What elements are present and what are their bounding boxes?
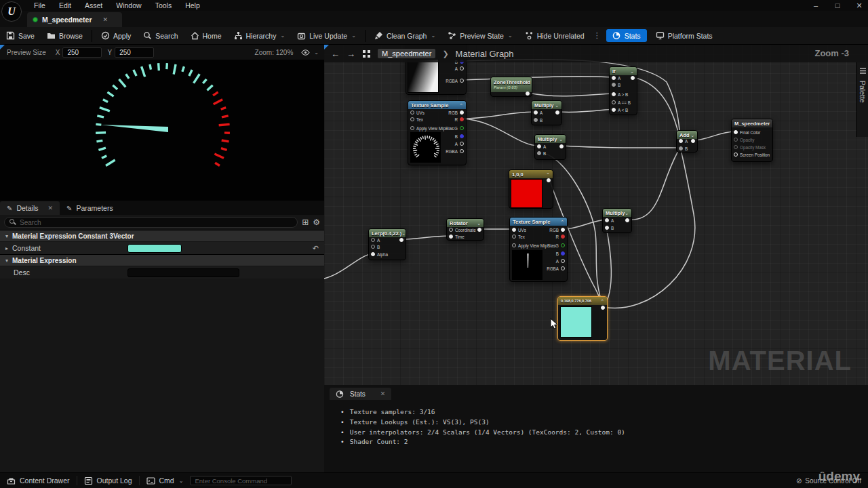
gear-icon[interactable]: ⚙: [313, 218, 320, 227]
input-pin-a[interactable]: [605, 218, 609, 222]
output-pin[interactable]: [625, 218, 629, 222]
input-pin-a[interactable]: [612, 76, 616, 80]
node-collapse-icon[interactable]: ⌄: [625, 211, 629, 216]
display-filter-icon[interactable]: ⊞: [302, 218, 309, 227]
node-header[interactable]: Texture Sample⌃: [510, 218, 567, 226]
menu-file[interactable]: File: [27, 0, 52, 11]
input-pin-a[interactable]: [534, 110, 538, 115]
section-material-expression-constant-3vector[interactable]: ▾ Material Expression Constant 3Vector: [0, 230, 324, 241]
node-header[interactable]: If⌄: [610, 67, 637, 75]
input-pin-b[interactable]: [371, 245, 375, 249]
output-pin-rgb[interactable]: [561, 228, 565, 232]
maximize-button[interactable]: □: [833, 0, 842, 11]
node-header[interactable]: M_speedmeter: [732, 119, 772, 127]
output-pin-b[interactable]: [561, 251, 565, 256]
platform-stats-button[interactable]: Platform Stats: [650, 27, 719, 45]
close-button[interactable]: ✕: [854, 0, 864, 11]
graph-node-add[interactable]: Add⌄AB: [676, 130, 698, 152]
node-header[interactable]: Multiply⌄: [532, 101, 561, 109]
input-pin-opacity[interactable]: [734, 138, 738, 142]
input-pin-b[interactable]: [679, 146, 683, 150]
node-header[interactable]: Rotator⌄: [447, 219, 484, 227]
breadcrumb-root[interactable]: M_speedmeter: [378, 49, 435, 58]
output-pin[interactable]: [559, 144, 564, 148]
input-pin-b[interactable]: [612, 83, 616, 87]
output-pin[interactable]: [555, 110, 559, 115]
input-pin-uvs[interactable]: [512, 228, 516, 232]
preview-size-x-input[interactable]: [62, 47, 102, 58]
material-preview-viewport[interactable]: [0, 60, 324, 201]
node-collapse-icon[interactable]: ⌄: [477, 221, 481, 226]
menu-window[interactable]: Window: [109, 0, 148, 11]
cmd-dropdown[interactable]: Cmd ⌄: [140, 473, 191, 488]
input-pin-a-b[interactable]: [612, 100, 616, 104]
node-header[interactable]: Multiply⌄: [603, 209, 631, 217]
input-pin-a[interactable]: [537, 144, 541, 148]
node-collapse-icon[interactable]: ⌄: [401, 231, 406, 236]
preview-state-dropdown[interactable]: Preview State ⌄: [441, 27, 518, 45]
input-pin-opacity-mask[interactable]: [734, 145, 738, 149]
palette-sidebar-tab[interactable]: Palette: [856, 62, 868, 137]
graph-node-zone-threshold[interactable]: ZoneThresholdParam (0.65)⌄: [490, 77, 532, 97]
output-pin-a[interactable]: [460, 66, 464, 70]
input-pin-alpha[interactable]: [371, 252, 375, 256]
chevron-down-icon[interactable]: ⌄: [314, 49, 319, 56]
close-icon[interactable]: ✕: [380, 390, 386, 397]
asset-tab-m-speedmeter[interactable]: M_speedmeter ✕: [27, 12, 122, 27]
graph-node-multiply-1[interactable]: Multiply⌄AB: [531, 100, 562, 125]
live-update-dropdown[interactable]: Live Update ⌄: [291, 27, 362, 45]
eye-icon[interactable]: [301, 48, 310, 57]
home-button[interactable]: Home: [184, 27, 228, 45]
output-pin-b[interactable]: [460, 134, 464, 138]
output-pin-rgb[interactable]: [460, 110, 464, 115]
content-drawer-button[interactable]: Content Drawer: [0, 473, 77, 488]
graph-node-rotator[interactable]: Rotator⌄CoordinateTime: [446, 218, 484, 241]
tab-details[interactable]: ✎ Details ✕: [0, 201, 60, 215]
input-pin-tex[interactable]: [410, 117, 414, 121]
input-pin-b[interactable]: [605, 226, 609, 230]
node-header[interactable]: 1,0,0⌃: [509, 170, 553, 178]
output-pin[interactable]: [601, 306, 605, 310]
graph-node-result-m-speedmeter[interactable]: M_speedmeterFinal ColorOpacityOpacity Ma…: [731, 119, 773, 162]
node-collapse-icon[interactable]: ⌃: [546, 172, 550, 177]
node-header[interactable]: Texture Sample⌃: [408, 101, 466, 109]
output-pin-rgba[interactable]: [460, 79, 464, 83]
output-pin-r[interactable]: [561, 235, 565, 239]
input-pin-apply-view-mipbias[interactable]: [410, 126, 414, 130]
expander-icon[interactable]: ▸: [5, 245, 8, 251]
output-pin[interactable]: [547, 178, 551, 182]
node-header[interactable]: ZoneThresholdParam (0.65)⌄: [491, 77, 532, 92]
back-arrow-icon[interactable]: ←: [331, 49, 340, 59]
node-collapse-icon[interactable]: ⌄: [555, 103, 559, 108]
output-log-button[interactable]: Output Log: [77, 473, 139, 488]
graph-node-const-cyan[interactable]: 0.198,0.776,0.706⌃: [557, 296, 608, 341]
output-pin-rgba[interactable]: [460, 149, 464, 153]
tab-parameters[interactable]: ✎ Parameters: [60, 201, 120, 215]
save-button[interactable]: Save: [0, 27, 41, 45]
hierarchy-dropdown[interactable]: Hierarchy ⌄: [228, 27, 292, 45]
node-collapse-icon[interactable]: ⌄: [525, 79, 529, 84]
breadcrumb-current[interactable]: Material Graph: [456, 49, 514, 59]
node-collapse-icon[interactable]: ⌃: [560, 220, 564, 224]
forward-arrow-icon[interactable]: →: [347, 49, 355, 59]
details-search-input[interactable]: [4, 217, 298, 228]
node-collapse-icon[interactable]: ⌄: [630, 69, 634, 74]
node-header[interactable]: Multiply⌄: [535, 135, 566, 143]
graph-node-texture-sample-2[interactable]: Texture Sample⌃UVsTexApply View MipBiasR…: [509, 217, 568, 282]
output-pin[interactable]: [477, 228, 481, 232]
desc-input[interactable]: [127, 268, 239, 277]
menu-tools[interactable]: Tools: [149, 0, 179, 11]
section-material-expression[interactable]: ▾ Material Expression: [0, 254, 324, 266]
output-pin[interactable]: [631, 76, 635, 80]
graph-node-texture-sample-1[interactable]: Texture Sample⌃UVsTexApply View MipBiasR…: [408, 100, 467, 165]
menu-help[interactable]: Help: [178, 0, 207, 11]
browse-button[interactable]: Browse: [41, 27, 89, 45]
graph-node-multiply-2[interactable]: Multiply⌄AB: [534, 134, 566, 160]
input-pin-tex[interactable]: [512, 235, 516, 239]
input-pin-b[interactable]: [534, 118, 538, 122]
graph-node-const-red[interactable]: 1,0,0⌃: [509, 169, 553, 209]
tab-close-icon[interactable]: ✕: [103, 16, 108, 23]
output-pin[interactable]: [691, 139, 695, 143]
node-collapse-icon[interactable]: ⌄: [559, 137, 563, 142]
input-pin-a[interactable]: [371, 238, 375, 242]
